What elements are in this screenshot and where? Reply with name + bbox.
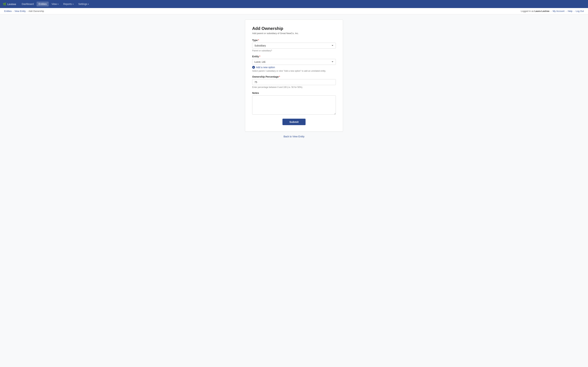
logged-in-text: Logged in as	[521, 10, 534, 12]
nav-settings[interactable]: Settings ▾	[76, 1, 91, 7]
ownership-group: Ownership Percentage* Enter percentage b…	[252, 75, 336, 88]
breadcrumb: Entities › View Entity › Add Ownership	[4, 10, 44, 12]
help-link[interactable]: Help	[568, 10, 572, 12]
username: Laura Lextree	[535, 10, 549, 12]
breadcrumb-entities[interactable]: Entities	[4, 10, 12, 12]
brand-icon: 🌿	[3, 2, 6, 6]
breadcrumb-current: Add Ownership	[28, 10, 44, 12]
nav-links: Dashboard Entities View ▾ Reports ▾ Sett…	[20, 1, 91, 7]
entity-required-star: *	[259, 55, 260, 58]
nav-dashboard[interactable]: Dashboard	[20, 1, 36, 7]
add-ownership-card: Add Ownership Add parent or subsidiary o…	[245, 20, 343, 132]
form-subtitle: Add parent or subsidiary of Great NewCo,…	[252, 32, 336, 35]
settings-caret-icon: ▾	[88, 3, 89, 5]
log-out-link[interactable]: Log Out	[576, 10, 584, 12]
back-to-view-entity-link[interactable]: Back to View Entity	[284, 135, 304, 138]
entity-select[interactable]: Lucor, Ltd.	[252, 59, 336, 65]
main-content: Add Ownership Add parent or subsidiary o…	[0, 14, 588, 143]
nav-view[interactable]: View ▾	[49, 1, 60, 7]
nav-entities[interactable]: Entities	[37, 1, 49, 7]
add-new-option-label: Add a new option	[256, 66, 275, 69]
type-hint: Parent or subsidiary?	[252, 50, 336, 52]
type-required-star: *	[258, 39, 259, 42]
form-title: Add Ownership	[252, 26, 336, 31]
entity-group: Entity* Lucor, Ltd. + Add a new option S…	[252, 55, 336, 72]
entity-hint: Select parent / subsidiary or click "Add…	[252, 70, 336, 72]
user-info: Logged in as Laura Lextree - My Account …	[521, 10, 584, 12]
notes-label: Notes	[252, 92, 336, 94]
entity-label: Entity*	[252, 55, 336, 58]
brand-logo[interactable]: 🌿 Lextree	[3, 2, 16, 6]
add-new-option-link[interactable]: + Add a new option	[252, 66, 336, 69]
submit-button[interactable]: Submit	[282, 119, 306, 125]
main-nav: 🌿 Lextree Dashboard Entities View ▾ Repo…	[0, 0, 588, 8]
back-link-container: Back to View Entity	[284, 135, 304, 138]
ownership-input[interactable]	[252, 79, 336, 85]
brand-name: Lextree	[7, 3, 16, 6]
my-account-link[interactable]: My Account	[553, 10, 564, 12]
breadcrumb-sep-1: ›	[13, 10, 13, 12]
add-new-option-icon: +	[252, 66, 255, 69]
notes-group: Notes	[252, 92, 336, 115]
ownership-hint: Enter percentage between 0 and 100 (i.e.…	[252, 86, 336, 88]
notes-textarea[interactable]	[252, 95, 336, 115]
ownership-required-star: *	[279, 75, 280, 78]
breadcrumb-sep-2: ›	[27, 10, 27, 12]
view-caret-icon: ▾	[58, 3, 59, 5]
type-select[interactable]: Subsidiary Parent	[252, 43, 336, 49]
breadcrumb-view-entity[interactable]: View Entity	[15, 10, 26, 12]
nav-reports[interactable]: Reports ▾	[61, 1, 76, 7]
ownership-label: Ownership Percentage*	[252, 75, 336, 78]
breadcrumb-bar: Entities › View Entity › Add Ownership L…	[0, 8, 588, 14]
type-label: Type*	[252, 39, 336, 42]
reports-caret-icon: ▾	[73, 3, 73, 5]
type-group: Type* Subsidiary Parent Parent or subsid…	[252, 39, 336, 52]
